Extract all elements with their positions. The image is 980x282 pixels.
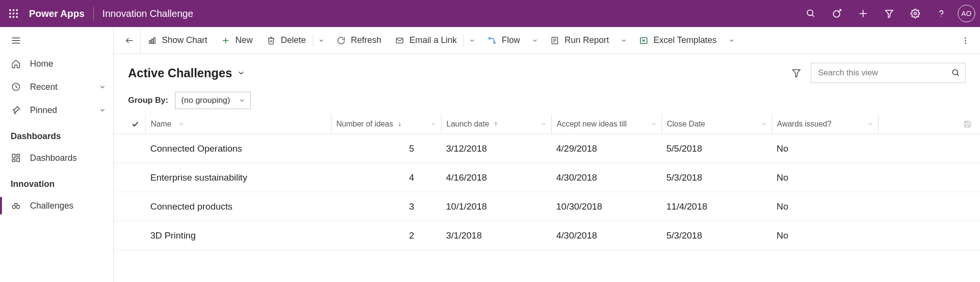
mail-icon (395, 36, 404, 45)
svg-point-19 (941, 16, 942, 17)
cmd-email-dropdown[interactable] (464, 37, 480, 44)
cmd-excel-dropdown[interactable] (723, 37, 740, 44)
cell-awards: No (772, 230, 878, 241)
chevron-down-icon[interactable] (541, 121, 547, 127)
nav-pinned[interactable]: Pinned (0, 99, 113, 122)
cmd-flow[interactable]: Flow (480, 27, 527, 54)
view-selector[interactable]: Active Challenges (128, 66, 245, 80)
chevron-down-icon (318, 37, 325, 44)
table-row[interactable]: Connected products310/1/201810/30/201811… (114, 192, 980, 221)
add-button[interactable] (850, 0, 876, 27)
cell-accept-date: 4/30/2018 (551, 172, 662, 183)
chevron-down-icon[interactable] (431, 121, 436, 127)
cell-awards: No (772, 201, 878, 212)
view-filter-button[interactable] (787, 63, 806, 83)
table-header: Name Number of ideas Launch date (114, 114, 980, 134)
table-row[interactable]: 3D Printing23/1/20184/30/20185/3/2018No (114, 221, 980, 250)
svg-rect-31 (149, 41, 151, 43)
nav-home[interactable]: Home (0, 52, 113, 75)
nav-home-label: Home (30, 59, 53, 69)
cell-close-date: 11/4/2018 (662, 201, 772, 212)
filter-header-button[interactable] (877, 0, 902, 27)
col-header-name[interactable]: Name (145, 114, 331, 134)
app-launcher-button[interactable] (0, 0, 27, 27)
col-header-launch-date[interactable]: Launch date (441, 114, 551, 134)
chevron-down-icon[interactable] (867, 121, 873, 127)
col-header-awards[interactable]: Awards issued? (772, 114, 878, 134)
svg-point-48 (952, 70, 958, 75)
clock-icon (11, 82, 21, 92)
nav-pinned-label: Pinned (30, 105, 57, 115)
cmd-run-report-dropdown[interactable] (616, 37, 632, 44)
chevron-down-icon (239, 97, 245, 104)
cmd-excel-templates[interactable]: Excel Templates (632, 27, 723, 54)
target-icon (832, 9, 842, 18)
binoculars-icon (11, 200, 21, 211)
view-header: Active Challenges (114, 54, 980, 83)
cmd-refresh[interactable]: Refresh (330, 27, 388, 54)
back-button[interactable] (118, 27, 141, 54)
nav-challenges[interactable]: Challenges (0, 194, 113, 217)
svg-rect-27 (13, 159, 15, 161)
cmd-excel-templates-label: Excel Templates (653, 35, 717, 45)
nav-recent[interactable]: Recent (0, 75, 113, 99)
main-area: Show Chart New Delete (114, 27, 980, 282)
cell-number-of-ideas: 2 (331, 230, 441, 241)
svg-point-5 (16, 13, 18, 14)
cmd-delete-dropdown[interactable] (313, 37, 330, 44)
nav-dashboards-label: Dashboards (30, 153, 77, 163)
col-header-number-of-ideas[interactable]: Number of ideas (331, 114, 441, 134)
cmd-show-chart[interactable]: Show Chart (141, 27, 214, 54)
search-button[interactable] (798, 0, 823, 27)
svg-point-37 (489, 38, 490, 39)
more-vertical-icon (961, 36, 970, 45)
cell-accept-date: 4/29/2018 (551, 143, 662, 154)
select-all-checkbox[interactable] (125, 120, 145, 128)
help-button[interactable] (929, 0, 954, 27)
svg-line-10 (812, 15, 814, 17)
svg-point-29 (16, 205, 20, 209)
cmd-run-report[interactable]: Run Report (543, 27, 616, 54)
home-icon (11, 58, 21, 69)
cmd-email-link[interactable]: Email a Link (388, 27, 463, 54)
settings-button[interactable] (903, 0, 928, 27)
svg-line-12 (838, 10, 841, 13)
search-icon (951, 69, 960, 77)
cell-launch-date: 4/16/2018 (441, 172, 551, 183)
nav-section-innovation: Innovation (0, 169, 113, 194)
group-by-select[interactable]: (no grouping) (175, 92, 251, 109)
cmd-new[interactable]: New (214, 27, 259, 54)
svg-point-46 (965, 42, 966, 43)
col-header-close-label: Close Date (667, 120, 705, 128)
cmd-delete[interactable]: Delete (259, 27, 313, 54)
search-input[interactable] (818, 68, 951, 78)
col-header-num-label: Number of ideas (336, 120, 393, 128)
chevron-down-icon[interactable] (178, 121, 184, 127)
chevron-down-icon[interactable] (651, 121, 657, 127)
cmd-new-label: New (235, 35, 253, 45)
assist-button[interactable] (824, 0, 850, 27)
col-header-accept-date[interactable]: Accept new ideas till (551, 114, 662, 134)
cell-name: 3D Printing (145, 230, 331, 241)
user-avatar[interactable]: AO (958, 5, 975, 22)
view-search[interactable] (811, 63, 966, 83)
svg-marker-47 (793, 70, 800, 77)
col-header-accept-label: Accept new ideas till (557, 120, 627, 128)
question-icon (937, 9, 946, 18)
nav-dashboards[interactable]: Dashboards (0, 146, 113, 169)
table-row[interactable]: Enterprise sustainability44/16/20184/30/… (114, 163, 980, 192)
chevron-down-icon (620, 37, 627, 44)
cmd-flow-label: Flow (502, 35, 520, 45)
table-row[interactable]: Connected Operations53/12/20184/29/20185… (114, 134, 980, 163)
col-header-close-date[interactable]: Close Date (662, 114, 772, 134)
brand-label[interactable]: Power Apps (27, 8, 93, 19)
save-icon[interactable] (964, 120, 971, 128)
arrow-left-icon (125, 36, 134, 45)
cell-launch-date: 10/1/2018 (441, 201, 551, 212)
cmd-overflow[interactable] (956, 27, 975, 54)
cmd-flow-dropdown[interactable] (527, 37, 543, 44)
results-table: Name Number of ideas Launch date (114, 114, 980, 282)
nav-collapse-button[interactable] (0, 29, 113, 52)
chevron-down-icon[interactable] (761, 121, 767, 127)
svg-point-2 (16, 9, 18, 11)
